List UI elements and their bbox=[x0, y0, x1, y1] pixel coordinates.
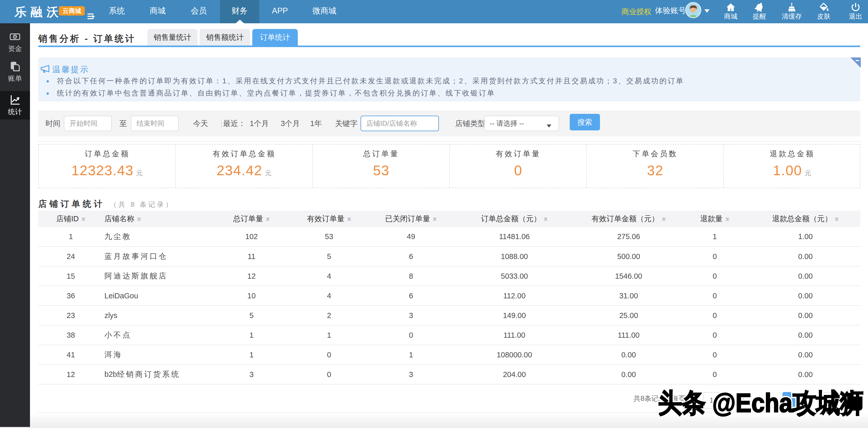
svg-text:头条 @Echa攻城狮: 头条 @Echa攻城狮 bbox=[658, 388, 864, 418]
